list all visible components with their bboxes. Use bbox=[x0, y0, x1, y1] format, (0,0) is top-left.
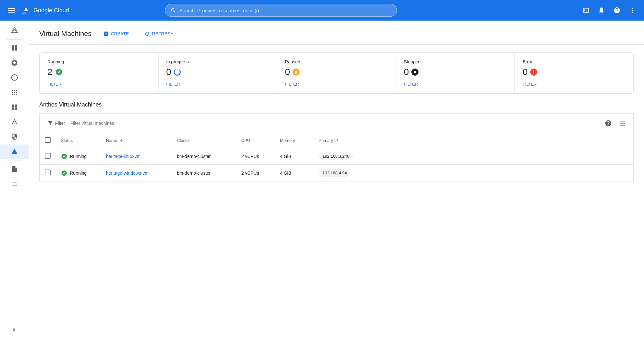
toolbar-right bbox=[602, 117, 628, 129]
row-1-memory: 4 GiB bbox=[275, 148, 313, 165]
vm-section-title: Anthos Virtual Machines bbox=[39, 101, 634, 108]
stat-paused-value: 0 bbox=[285, 67, 290, 77]
stat-running-filter[interactable]: FILTER bbox=[47, 82, 62, 87]
stat-inprogress-value: 0 bbox=[166, 67, 171, 77]
row-2-memory: 4 GiB bbox=[275, 165, 313, 181]
create-label: CREATE bbox=[111, 31, 129, 36]
table-row: Running heritage-linux-vm bm-demo-cluste… bbox=[40, 148, 634, 165]
filter-button[interactable]: Filter bbox=[45, 119, 68, 127]
notifications-button[interactable] bbox=[595, 4, 608, 17]
row-1-ip: 192.168.3.240 bbox=[319, 153, 353, 160]
search-input[interactable] bbox=[179, 8, 391, 13]
col-header-name[interactable]: Name bbox=[101, 133, 172, 148]
vm-icon bbox=[11, 148, 18, 155]
page-header: Virtual Machines CREATE REFRESH bbox=[29, 21, 644, 45]
svg-point-3 bbox=[14, 90, 15, 91]
workloads-icon bbox=[11, 88, 18, 96]
stat-paused: Paused 0 FILTER bbox=[277, 53, 396, 93]
sidebar-item-security[interactable] bbox=[0, 130, 29, 144]
docs-icon bbox=[11, 165, 18, 173]
svg-text:GCP: GCP bbox=[22, 12, 26, 14]
refresh-button[interactable]: REFRESH bbox=[140, 28, 178, 39]
create-button[interactable]: CREATE bbox=[99, 28, 133, 39]
stat-inprogress-label: In progress bbox=[166, 59, 269, 64]
row-1-status: Running bbox=[70, 154, 87, 159]
refresh-icon bbox=[144, 31, 150, 37]
row-1-name[interactable]: heritage-linux-vm bbox=[106, 154, 140, 159]
sidebar-item-features[interactable] bbox=[0, 56, 29, 70]
stat-paused-filter[interactable]: FILTER bbox=[285, 82, 299, 87]
columns-button[interactable] bbox=[617, 117, 628, 129]
svg-point-2 bbox=[12, 90, 13, 91]
help-table-button[interactable] bbox=[602, 117, 614, 129]
filter-input[interactable] bbox=[70, 121, 600, 126]
collapse-button[interactable] bbox=[9, 324, 20, 336]
top-nav: GCP Google Cloud bbox=[0, 0, 644, 21]
svg-point-10 bbox=[16, 94, 17, 95]
svg-point-9 bbox=[14, 94, 15, 95]
row-2-ip: 192.168.4.94 bbox=[319, 169, 351, 177]
col-header-status: Status bbox=[56, 133, 101, 148]
stat-running-value: 2 bbox=[47, 67, 53, 77]
sidebar-item-workloads[interactable] bbox=[0, 85, 29, 100]
stat-running-label: Running bbox=[47, 59, 150, 64]
svg-point-8 bbox=[12, 94, 13, 95]
google-cloud-logo: GCP Google Cloud bbox=[21, 5, 69, 15]
terminal-button[interactable] bbox=[580, 4, 592, 17]
row-2-name[interactable]: heritage-windows-vm bbox=[106, 171, 149, 176]
col-header-cpu: CPU bbox=[236, 133, 275, 148]
row-1-status-icon bbox=[61, 153, 67, 160]
stat-running: Running 2 FILTER bbox=[40, 53, 159, 93]
stat-stopped-value: 0 bbox=[404, 67, 409, 77]
row-2-checkbox[interactable] bbox=[45, 170, 51, 175]
sidebar-divider-2 bbox=[6, 161, 23, 161]
search-icon bbox=[170, 7, 176, 13]
list-icon bbox=[11, 180, 18, 188]
sidebar-item-anthos2[interactable] bbox=[0, 115, 29, 130]
stat-paused-label: Paused bbox=[285, 59, 388, 64]
more-options-button[interactable] bbox=[626, 4, 639, 17]
filter-label: Filter bbox=[55, 121, 65, 126]
row-2-cluster: bm-demo-cluster bbox=[172, 165, 236, 181]
row-1-checkbox[interactable] bbox=[45, 153, 51, 159]
inprogress-status-icon bbox=[174, 69, 181, 76]
stat-error-filter[interactable]: FILTER bbox=[523, 82, 537, 87]
row-1-cpu: 2 vCPUs bbox=[236, 148, 275, 165]
col-header-memory: Memory bbox=[275, 133, 313, 148]
vm-table: Status Name Cluster CPU Memory Primary I… bbox=[39, 133, 634, 181]
anthos-icon bbox=[11, 26, 18, 34]
page-title: Virtual Machines bbox=[39, 30, 91, 38]
sidebar-item-grid2[interactable] bbox=[0, 100, 29, 115]
stat-error: Error 0 ! FILTER bbox=[515, 53, 633, 93]
sidebar-item-anthos-logo[interactable] bbox=[0, 23, 29, 38]
content-area: Virtual Machines CREATE REFRESH Running … bbox=[29, 21, 644, 342]
svg-point-7 bbox=[16, 92, 17, 93]
services-icon bbox=[11, 103, 18, 111]
stat-stopped-label: Stopped bbox=[404, 59, 507, 64]
paused-status-icon bbox=[293, 69, 300, 76]
hamburger-menu[interactable] bbox=[5, 5, 17, 15]
help-button[interactable] bbox=[610, 4, 623, 17]
vm-section: Anthos Virtual Machines Filter bbox=[39, 101, 634, 181]
svg-point-5 bbox=[12, 92, 13, 93]
stat-stopped: Stopped 0 FILTER bbox=[396, 53, 515, 93]
table-row: Running heritage-windows-vm bm-demo-clus… bbox=[40, 165, 634, 181]
stat-inprogress-filter[interactable]: FILTER bbox=[166, 82, 180, 87]
stopped-status-icon bbox=[411, 69, 418, 76]
sidebar-item-docs[interactable] bbox=[0, 162, 29, 177]
stats-container: Running 2 FILTER In progress 0 FILTER bbox=[39, 52, 634, 94]
main-layout: Virtual Machines CREATE REFRESH Running … bbox=[0, 21, 644, 342]
search-bar[interactable] bbox=[165, 4, 397, 17]
sidebar-item-vms[interactable] bbox=[0, 144, 29, 159]
sidebar-item-dashboard[interactable] bbox=[0, 41, 29, 56]
row-2-status: Running bbox=[70, 171, 87, 176]
sidebar-item-list[interactable] bbox=[0, 177, 29, 192]
row-2-status-icon bbox=[61, 170, 67, 176]
select-all-checkbox[interactable] bbox=[45, 137, 51, 143]
create-icon bbox=[103, 31, 109, 37]
stat-stopped-filter[interactable]: FILTER bbox=[404, 82, 418, 87]
sidebar-item-clusters[interactable] bbox=[0, 70, 29, 85]
stat-error-label: Error bbox=[523, 59, 626, 64]
table-toolbar: Filter bbox=[39, 113, 634, 133]
row-1-cluster: bm-demo-cluster bbox=[172, 148, 236, 165]
